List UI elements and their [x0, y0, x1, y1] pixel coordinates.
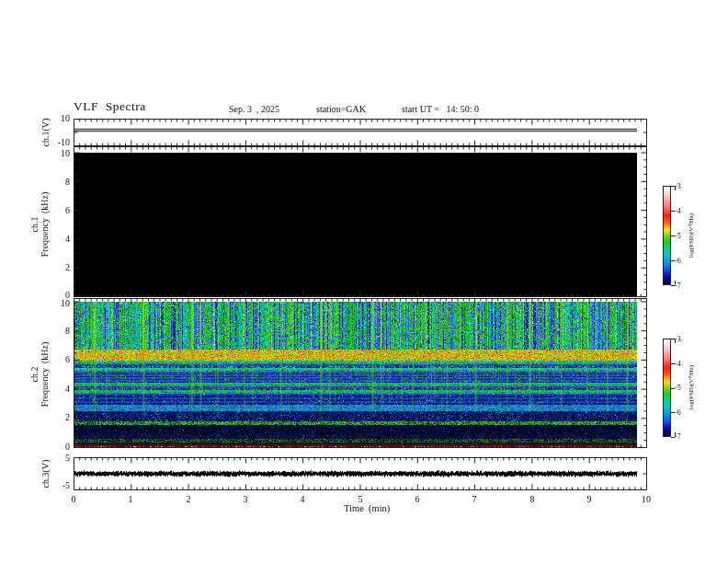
station-label: station=GAK — [316, 104, 366, 114]
p2-ytick-8: 8 — [42, 177, 70, 187]
x-tick-6: 6 — [406, 494, 428, 504]
p3-ytick-8: 8 — [42, 326, 70, 336]
p4-axis-label: ch.3(V) — [40, 460, 51, 488]
cb2-tick--5: -5 — [675, 384, 681, 392]
x-tick-2: 2 — [177, 494, 199, 504]
x-tick-3: 3 — [234, 494, 256, 504]
spectra-figure-canvas — [0, 0, 728, 563]
cb1-tick--3: -3 — [675, 182, 681, 190]
p2-axis-label-line2: Frequency (kHz) — [40, 192, 50, 258]
cb1-tick--6: -6 — [675, 257, 681, 265]
p3-axis-label-line1: ch.2 — [29, 367, 40, 383]
p2-ytick-2: 2 — [42, 262, 70, 272]
cb1-tick--4: -4 — [675, 207, 681, 215]
cb2-axis-label: log(PSD)(V²/Hz) — [687, 365, 697, 409]
cb2-tick--4: -4 — [675, 360, 681, 368]
cb2-tick--7: -7 — [675, 432, 681, 441]
x-axis-label: Time (min) — [344, 503, 390, 514]
p2-axis-label-line1: ch.1 — [29, 217, 40, 233]
cb1-tick--5: -5 — [675, 232, 681, 240]
date-label: Sep. 3 , 2025 — [229, 104, 279, 114]
p1-axis-label: ch.1(V) — [40, 119, 51, 147]
p3-ytick-10: 10 — [42, 298, 70, 308]
vlf-spectra-figure: VLF Spectra Sep. 3 , 2025 station=GAK st… — [0, 0, 728, 563]
figure-title: VLF Spectra — [74, 100, 146, 114]
p2-ytick-10: 10 — [42, 148, 70, 158]
cb1-axis-label: log(PSD)(V²/Hz) — [687, 213, 697, 258]
p3-axis-label-line2: Frequency (kHz) — [40, 342, 50, 408]
cb2-tick--6: -6 — [675, 408, 681, 417]
p2-axis-label: ch.1 Frequency (kHz) — [29, 192, 50, 258]
start-ut-label: start UT = 14: 50: 0 — [402, 104, 479, 114]
x-tick-7: 7 — [463, 494, 485, 504]
p3-ytick-2: 2 — [42, 412, 70, 422]
x-tick-1: 1 — [119, 494, 142, 504]
x-tick-8: 8 — [521, 494, 543, 504]
cb1-tick--7: -7 — [675, 282, 681, 290]
x-tick-0: 0 — [63, 494, 85, 504]
x-tick-9: 9 — [578, 494, 600, 504]
x-tick-4: 4 — [291, 494, 313, 504]
cb2-tick--3: -3 — [675, 335, 681, 343]
p3-ytick-0: 0 — [42, 442, 70, 452]
p3-axis-label: ch.2 Frequency (kHz) — [29, 342, 50, 408]
x-tick-10: 10 — [635, 494, 657, 504]
